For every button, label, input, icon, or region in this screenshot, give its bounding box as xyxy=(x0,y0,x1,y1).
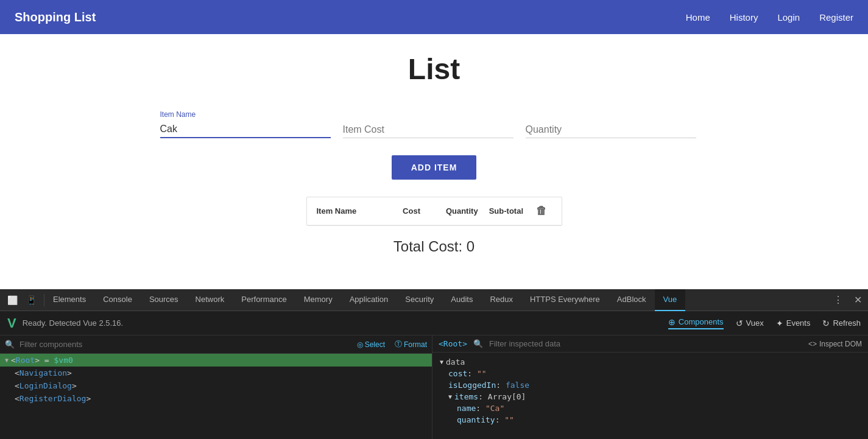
vue-logo: V xyxy=(7,315,16,331)
vue-events-btn[interactable]: ✦ Events xyxy=(776,318,811,328)
filter-data-search-icon: 🔍 xyxy=(473,339,483,348)
devtools-panel: ⬜ 📱 Elements Console Sources Network Per… xyxy=(0,289,868,439)
data-label-row: ▼ data xyxy=(440,356,861,368)
vue-component-tree-pane: 🔍 ◎ Select Ⓣ Format ▼ <Root> = $vm0 xyxy=(0,335,432,439)
refresh-icon: ↻ xyxy=(822,318,830,328)
data-name-row: name : "Ca" xyxy=(440,402,861,414)
triangle-icon-root: ▼ xyxy=(5,357,9,363)
vue-right-header: <Root> 🔍 <> Inspect DOM xyxy=(432,335,868,353)
data-isloggedin-row: isLoggedIn : false xyxy=(440,379,861,391)
device-mode-icon[interactable]: 📱 xyxy=(24,294,39,306)
tab-audits[interactable]: Audits xyxy=(442,289,481,311)
nav-links: Home History Login Register xyxy=(686,12,853,23)
filter-data-input[interactable] xyxy=(489,339,802,348)
vue-panel-header: V Ready. Detected Vue 2.5.16. ⊕ Componen… xyxy=(0,311,868,335)
select-icon: ◎ xyxy=(357,340,363,349)
inspect-element-icon[interactable]: ⬜ xyxy=(5,294,20,306)
tab-network[interactable]: Network xyxy=(187,289,233,311)
item-cost-input[interactable] xyxy=(343,122,513,138)
inspect-dom-icon: <> xyxy=(808,340,817,348)
devtools-icon-buttons: ⬜ 📱 xyxy=(0,294,44,306)
tab-sources[interactable]: Sources xyxy=(141,289,187,311)
components-icon: ⊕ xyxy=(668,317,676,327)
col-header-subtotal: Sub-total xyxy=(489,206,532,216)
select-label: Select xyxy=(365,340,385,349)
page-title: List xyxy=(408,52,460,86)
devtools-toolbar: ⬜ 📱 Elements Console Sources Network Per… xyxy=(0,289,868,311)
table-header: Item Name Cost Quantity Sub-total 🗑 xyxy=(307,197,562,225)
vue-actions: ⊕ Components ↺ Vuex ✦ Events ↻ Refresh xyxy=(668,317,861,329)
col-header-quantity: Quantity xyxy=(446,206,489,216)
format-icon: Ⓣ xyxy=(395,339,402,349)
tree-row-root[interactable]: ▼ <Root> = $vm0 xyxy=(0,354,432,367)
devtools-tabs: Elements Console Sources Network Perform… xyxy=(44,289,828,311)
vue-data-pane: <Root> 🔍 <> Inspect DOM ▼ data cost : "" xyxy=(432,335,868,439)
vuex-icon: ↺ xyxy=(736,318,743,328)
items-table: Item Name Cost Quantity Sub-total 🗑 xyxy=(306,197,562,226)
events-label: Events xyxy=(786,318,811,328)
select-btn[interactable]: ◎ Select xyxy=(357,340,385,349)
delete-all-icon[interactable]: 🗑 xyxy=(536,205,547,217)
nav-register[interactable]: Register xyxy=(819,12,853,23)
quantity-field-group xyxy=(526,122,696,138)
tab-adblock[interactable]: AdBlock xyxy=(609,289,655,311)
tab-security[interactable]: Security xyxy=(397,289,442,311)
item-name-field-group: Item Name xyxy=(160,110,331,138)
search-icon: 🔍 xyxy=(5,340,15,349)
filter-components-input[interactable] xyxy=(19,340,352,349)
nav-history[interactable]: History xyxy=(730,12,758,23)
events-icon: ✦ xyxy=(776,318,783,328)
tree-row-login-dialog[interactable]: <LoginDialog> xyxy=(0,379,432,392)
vuex-label: Vuex xyxy=(746,318,764,328)
top-navigation: Shopping List Home History Login Registe… xyxy=(0,0,868,34)
nav-home[interactable]: Home xyxy=(686,12,710,23)
tab-vue[interactable]: Vue xyxy=(655,289,686,311)
main-content: List Item Name ADD ITEM Item Name Cost Q… xyxy=(0,34,868,289)
item-name-input[interactable] xyxy=(160,121,331,138)
inspect-dom-btn[interactable]: <> Inspect DOM xyxy=(808,340,862,348)
tab-redux[interactable]: Redux xyxy=(481,289,521,311)
total-cost: Total Cost: 0 xyxy=(393,238,475,255)
add-item-form: Item Name xyxy=(160,110,708,138)
col-header-name: Item Name xyxy=(317,206,403,216)
format-btn[interactable]: Ⓣ Format xyxy=(395,339,427,349)
brand-logo: Shopping List xyxy=(15,10,686,24)
components-label: Components xyxy=(679,317,724,326)
vue-vuex-btn[interactable]: ↺ Vuex xyxy=(736,318,764,328)
quantity-input[interactable] xyxy=(526,122,696,138)
inspect-dom-label: Inspect DOM xyxy=(819,340,862,348)
root-tag-label: <Root> xyxy=(439,339,467,348)
vue-panel-body: 🔍 ◎ Select Ⓣ Format ▼ <Root> = $vm0 xyxy=(0,335,868,439)
tab-elements[interactable]: Elements xyxy=(44,289,94,311)
tab-memory[interactable]: Memory xyxy=(295,289,341,311)
data-quantity-row: quantity : "" xyxy=(440,414,861,426)
refresh-label: Refresh xyxy=(833,318,861,328)
item-name-label: Item Name xyxy=(160,110,331,119)
vue-filter-bar: 🔍 ◎ Select Ⓣ Format xyxy=(0,335,432,354)
delete-all-column: 🗑 xyxy=(532,205,551,217)
vue-tree: ▼ <Root> = $vm0 <Navigation> <LoginDialo… xyxy=(0,354,432,439)
add-item-button[interactable]: ADD ITEM xyxy=(392,155,477,180)
devtools-close-icon[interactable]: ✕ xyxy=(848,294,868,306)
vue-components-btn[interactable]: ⊕ Components xyxy=(668,317,724,329)
nav-login[interactable]: Login xyxy=(777,12,800,23)
data-items-row: ▼ items : Array[0] xyxy=(440,391,861,402)
item-cost-field-group xyxy=(343,122,513,138)
tree-row-register-dialog[interactable]: <RegisterDialog> xyxy=(0,392,432,405)
tab-console[interactable]: Console xyxy=(94,289,141,311)
tab-performance[interactable]: Performance xyxy=(233,289,295,311)
vue-status: Ready. Detected Vue 2.5.16. xyxy=(23,318,668,328)
tree-row-navigation[interactable]: <Navigation> xyxy=(0,367,432,379)
tab-https-everywhere[interactable]: HTTPS Everywhere xyxy=(521,289,609,311)
tab-application[interactable]: Application xyxy=(341,289,397,311)
format-label: Format xyxy=(404,340,427,349)
col-header-cost: Cost xyxy=(403,206,446,216)
devtools-more-icon[interactable]: ⋮ xyxy=(828,294,848,306)
vue-data-tree: ▼ data cost : "" isLoggedIn : false ▼ it… xyxy=(432,353,868,439)
data-cost-row: cost : "" xyxy=(440,368,861,379)
vue-refresh-btn[interactable]: ↻ Refresh xyxy=(822,318,861,328)
